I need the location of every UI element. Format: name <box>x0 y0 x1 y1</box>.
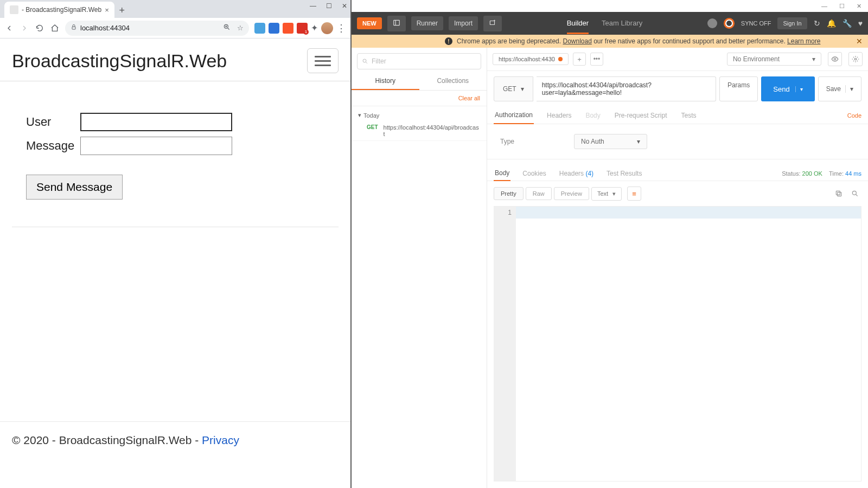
send-message-button[interactable]: Send Message <box>26 175 123 200</box>
maximize-icon[interactable]: ☐ <box>839 3 845 10</box>
capture-icon[interactable] <box>707 18 717 28</box>
copy-icon[interactable] <box>832 187 845 200</box>
tab-resp-cookies[interactable]: Cookies <box>521 166 547 181</box>
response-line[interactable] <box>516 207 861 219</box>
lock-icon <box>71 24 77 32</box>
format-select[interactable]: Text ▾ <box>591 187 622 201</box>
extension-icon[interactable] <box>297 23 308 34</box>
tab-menu-button[interactable]: ••• <box>590 53 603 66</box>
extensions-area: ✦ ⋮ <box>254 22 346 34</box>
response-status: Status: 200 OK Time: 44 ms <box>782 170 861 177</box>
params-button[interactable]: Params <box>719 76 758 101</box>
settings-icon[interactable]: 🔧 <box>843 19 852 28</box>
new-window-button[interactable] <box>483 16 502 31</box>
message-input[interactable] <box>80 137 232 155</box>
wrap-lines-icon[interactable]: ≡ <box>627 187 641 201</box>
close-window-icon[interactable]: ✕ <box>342 2 347 10</box>
search-icon[interactable] <box>848 187 861 200</box>
env-quicklook-button[interactable] <box>828 52 842 66</box>
signin-button[interactable]: Sign In <box>777 17 807 29</box>
minimize-icon[interactable]: — <box>821 3 827 9</box>
collections-tab[interactable]: Collections <box>419 73 487 90</box>
tab-resp-body[interactable]: Body <box>494 166 510 181</box>
history-day[interactable]: ▾ Today <box>352 110 487 121</box>
tab-headers[interactable]: Headers <box>546 107 572 124</box>
import-button[interactable]: Import <box>449 16 478 30</box>
filter-input[interactable]: Filter <box>357 53 481 69</box>
svg-rect-7 <box>838 192 841 196</box>
tab-title: - BroadcastingSignalR.Web <box>22 6 101 14</box>
new-button[interactable]: NEW <box>357 17 382 29</box>
tab-tests[interactable]: Tests <box>680 107 697 124</box>
privacy-link[interactable]: Privacy <box>202 434 239 446</box>
tab-prerequest[interactable]: Pre-request Script <box>614 107 668 124</box>
auth-type-select[interactable]: No Auth ▾ <box>574 134 647 149</box>
refresh-icon[interactable]: ↻ <box>814 19 820 28</box>
view-raw[interactable]: Raw <box>526 187 552 200</box>
history-list: ▾ Today GET https://localhost:44304/api/… <box>352 106 487 144</box>
chevron-down-icon: ▾ <box>637 138 640 145</box>
add-tab-button[interactable]: + <box>573 53 586 66</box>
runner-button[interactable]: Runner <box>411 16 443 30</box>
star-icon[interactable]: ☆ <box>237 24 244 32</box>
zoom-icon[interactable] <box>223 23 231 33</box>
navbar-toggle[interactable] <box>307 48 339 73</box>
notifications-icon[interactable]: 🔔 <box>827 19 836 28</box>
extensions-menu-icon[interactable]: ✦ <box>311 23 318 33</box>
view-pretty[interactable]: Pretty <box>494 187 524 200</box>
new-tab-button[interactable]: + <box>114 3 130 18</box>
chrome-menu-icon[interactable]: ⋮ <box>336 22 346 34</box>
profile-avatar[interactable] <box>321 22 333 34</box>
user-input[interactable] <box>80 113 232 131</box>
code-link[interactable]: Code <box>847 112 861 119</box>
svg-rect-3 <box>490 21 494 24</box>
browser-tab[interactable]: - BroadcastingSignalR.Web × <box>4 2 114 18</box>
sync-icon[interactable] <box>724 18 735 29</box>
response-body: 1 <box>494 206 861 481</box>
extension-icon[interactable] <box>254 23 265 34</box>
chevron-down-icon[interactable]: ▾ <box>795 86 803 92</box>
home-icon[interactable] <box>50 23 60 33</box>
extension-icon[interactable] <box>283 23 293 34</box>
minimize-icon[interactable]: — <box>310 2 316 10</box>
response-tabs: Body Cookies Headers (4) Test Results St… <box>487 159 868 181</box>
svg-point-4 <box>363 59 366 62</box>
forward-icon[interactable] <box>20 23 29 33</box>
navbar: BroadcastingSignalR.Web <box>0 38 350 81</box>
clear-all-link[interactable]: Clear all <box>352 91 487 106</box>
history-item[interactable]: GET https://localhost:44304/api/broadcas… <box>352 121 487 141</box>
send-button[interactable]: Send ▾ <box>761 76 814 101</box>
request-tab[interactable]: https://localhost:4430 <box>493 53 569 65</box>
env-settings-button[interactable] <box>848 52 863 66</box>
search-icon <box>362 58 368 65</box>
header-right: SYNC OFF Sign In ↻ 🔔 🔧 ♥ <box>707 17 863 29</box>
download-link[interactable]: Download <box>563 37 591 45</box>
heart-icon[interactable]: ♥ <box>858 19 863 28</box>
save-button[interactable]: Save ▾ <box>818 76 861 101</box>
reload-icon[interactable] <box>35 23 44 33</box>
svg-point-5 <box>834 58 836 60</box>
tab-authorization[interactable]: Authorization <box>494 107 534 124</box>
maximize-icon[interactable]: ☐ <box>326 2 332 10</box>
back-icon[interactable] <box>4 23 14 33</box>
method-select[interactable]: GET ▾ <box>494 76 533 101</box>
learn-more-link[interactable]: Learn more <box>787 37 820 45</box>
url-input[interactable]: https://localhost:44304/api/broadcast?us… <box>537 76 716 101</box>
history-url: https://localhost:44304/api/broadcast <box>384 124 480 137</box>
address-bar[interactable]: localhost:44304 ☆ <box>65 21 249 36</box>
history-tab[interactable]: History <box>352 73 419 90</box>
sidebar: Filter History Collections Clear all ▾ T… <box>352 48 487 488</box>
builder-tab[interactable]: Builder <box>567 19 589 34</box>
close-tab-icon[interactable]: × <box>105 6 109 14</box>
postman-header: NEW Runner Import Builder Team Library S… <box>352 12 868 35</box>
extension-icon[interactable] <box>269 23 279 34</box>
view-preview[interactable]: Preview <box>554 187 589 200</box>
close-window-icon[interactable]: ✕ <box>857 3 861 10</box>
close-banner-icon[interactable]: ✕ <box>856 37 863 46</box>
team-library-tab[interactable]: Team Library <box>602 19 642 28</box>
layout-toggle[interactable] <box>387 16 406 31</box>
environment-select[interactable]: No Environment ▾ <box>727 53 821 66</box>
tab-resp-headers[interactable]: Headers (4) <box>558 166 595 181</box>
tab-resp-tests[interactable]: Test Results <box>605 166 643 181</box>
tab-body[interactable]: Body <box>584 107 601 124</box>
